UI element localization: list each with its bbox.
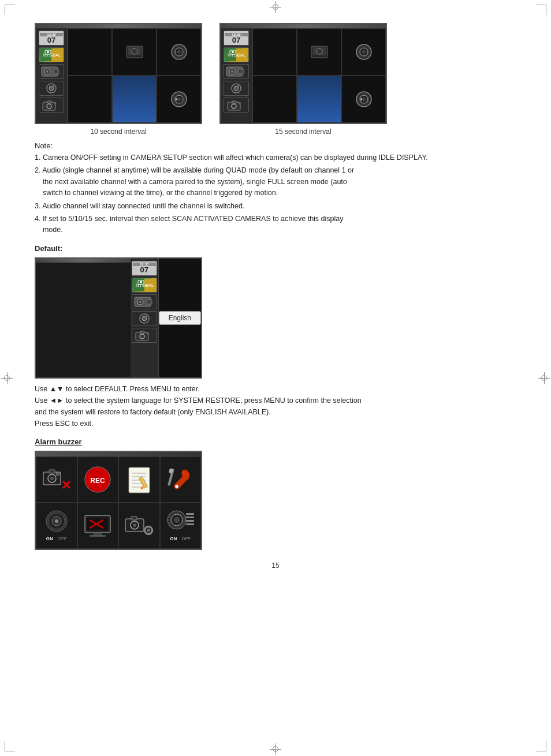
svg-rect-107: [131, 517, 137, 520]
rec-icon-sidebar-2: [224, 64, 249, 79]
note-item-4: 4. If set to 5/10/15 sec. interval then …: [35, 214, 516, 236]
alarm-cell-camera-list: ON OFF: [160, 503, 202, 549]
notes-list: 1. Camera ON/OFF setting in CAMERA SETUP…: [35, 152, 516, 236]
note-item-1: 1. Camera ON/OFF setting in CAMERA SETUP…: [35, 152, 516, 163]
corner-mark-br: [536, 741, 546, 751]
svg-rect-15: [47, 101, 51, 103]
svg-point-106: [133, 523, 136, 527]
english-button[interactable]: English: [159, 311, 201, 325]
dvr-topbar: [36, 24, 201, 28]
instruction-line-3: Press ESC to exit.: [35, 418, 516, 429]
cam-icon-default: [132, 311, 157, 326]
svg-point-78: [56, 472, 59, 476]
reg-mark-top: [270, 1, 281, 13]
dvr-screen-15sec: 12:35 07 NTSC PAL: [219, 23, 387, 124]
time-num-2: 07: [232, 36, 240, 44]
dvr-sidebar-10sec: 12:35 07 NTSC PAL: [36, 28, 68, 123]
svg-rect-66: [146, 300, 152, 304]
page-number: 15: [35, 562, 516, 570]
alarm-buzzer-label: Alarm buzzer: [35, 437, 516, 446]
svg-point-76: [50, 477, 54, 480]
svg-point-28: [177, 98, 181, 101]
dvr-cell-4: [68, 76, 112, 123]
alarm-cell-screen-x: [77, 503, 119, 549]
dvr-cell-15-6: [341, 76, 386, 123]
svg-point-19: [132, 48, 137, 54]
screenshot-15sec: 12:35 07 NTSC PAL: [219, 23, 387, 136]
reg-mark-bottom: [270, 743, 281, 755]
alarm-cell-tools: [160, 456, 202, 503]
svg-point-5: [47, 51, 49, 53]
dvr-cell-15-1: [252, 28, 297, 76]
alarm-cell-rec: REC: [77, 456, 119, 503]
dvr-cell-2: [112, 28, 157, 76]
reg-mark-right: [538, 372, 550, 384]
svg-point-62: [140, 281, 142, 283]
screenshots-row: 12:35 07 NTSC PAL: [35, 23, 516, 136]
svg-point-110: [147, 529, 150, 532]
alarm-grid: REC: [36, 456, 201, 549]
ntsc-icon-default: NTSC PAL: [132, 278, 157, 293]
svg-rect-77: [49, 470, 55, 473]
ntsc-icon: NTSC PAL: [39, 47, 64, 62]
svg-rect-39: [238, 69, 244, 74]
speaker-on-off: ON OFF: [46, 536, 67, 541]
svg-point-42: [237, 85, 239, 88]
svg-rect-72: [140, 331, 144, 334]
svg-point-8: [46, 70, 49, 73]
svg-rect-113: [144, 529, 146, 531]
camera-list-on-off: ON OFF: [170, 536, 191, 541]
instruction-line-2: Use ◄► to select the system language for…: [35, 395, 516, 418]
dvr-sidebar-15sec: 12:35 07 NTSC PAL: [221, 28, 252, 123]
time-num: 07: [47, 36, 55, 44]
alarm-cell-speaker: ON OFF: [36, 503, 77, 549]
svg-text:REC: REC: [91, 476, 106, 484]
dvr-topbar-default: [36, 259, 131, 263]
time-icon-default: 12:33 07: [132, 261, 157, 276]
dvr-screen-10sec: 12:35 07 NTSC PAL: [35, 23, 202, 124]
corner-mark-bl: [5, 741, 15, 751]
svg-rect-102: [93, 533, 102, 535]
svg-text:PAL: PAL: [237, 53, 246, 58]
dvr-main-15sec: [252, 28, 386, 123]
alarm-header-bar: [36, 452, 201, 456]
cam-icon-sidebar: [39, 81, 64, 96]
time-num-default: 07: [140, 266, 148, 274]
alarm-cell-camera-gear: [118, 503, 160, 549]
time-icon: 12:35 07: [39, 31, 64, 46]
dvr-cell-15-4: [252, 76, 297, 123]
svg-point-97: [55, 519, 58, 523]
caption-10sec: 10 second interval: [90, 128, 146, 136]
dvr-topbar-2: [221, 24, 386, 28]
default-screen-wrapper: 12:33 07 NTSC PAL: [35, 257, 516, 379]
note-item-2: 2. Audio (single channel at anytime) wil…: [35, 165, 516, 199]
alarm-buzzer-section: Alarm buzzer: [35, 437, 516, 550]
svg-rect-120: [186, 520, 194, 522]
svg-rect-118: [186, 513, 194, 515]
dvr-sidebar-default: 12:33 07 NTSC PAL: [131, 259, 159, 377]
corner-mark-tl: [5, 5, 15, 15]
svg-rect-114: [151, 529, 153, 531]
dvr-screen-default: 12:33 07 NTSC PAL: [35, 257, 202, 379]
svg-text:PAL: PAL: [146, 283, 154, 288]
corner-mark-tr: [536, 5, 546, 15]
dvr-cell-15-5-blue: [297, 76, 341, 123]
dvr-main-10sec: [68, 28, 201, 123]
svg-rect-111: [147, 526, 149, 527]
svg-point-35: [232, 51, 234, 53]
svg-rect-9: [53, 69, 59, 74]
svg-point-12: [52, 85, 54, 88]
rec-icon-default: [132, 294, 157, 309]
rec-icon-sidebar: [39, 64, 64, 79]
alarm-cell-notepad: [118, 456, 160, 503]
svg-point-49: [317, 48, 322, 54]
dvr-cell-5-blue: [112, 76, 157, 123]
reg-mark-left: [1, 372, 13, 384]
dvr-cell-1: [68, 28, 112, 76]
svg-point-91: [175, 485, 178, 488]
cam-icon-sidebar-2: [224, 81, 249, 96]
svg-point-38: [231, 70, 233, 73]
camera-icon-sidebar: [39, 98, 64, 113]
svg-point-65: [139, 301, 142, 303]
svg-point-117: [174, 517, 180, 523]
